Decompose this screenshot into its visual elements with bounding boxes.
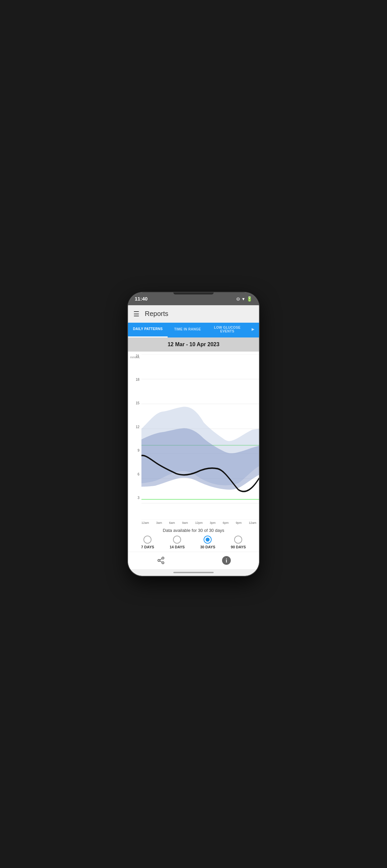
home-bar xyxy=(173,572,214,573)
x-label-3am: 3am xyxy=(156,521,162,525)
x-label-12am-end: 12am xyxy=(248,521,256,525)
x-label-6pm: 6pm xyxy=(223,521,229,525)
day-label-30: 30 DAYS xyxy=(200,545,215,549)
do-not-disturb-icon: ⊖ xyxy=(236,296,240,302)
tab-daily-patterns[interactable]: DAILY PATTERNS xyxy=(128,323,168,338)
chart-area: mmol/L xyxy=(128,351,259,569)
y-label-3: 3 xyxy=(128,496,140,500)
y-axis-labels: 21 18 15 12 9 6 3 xyxy=(128,354,141,520)
svg-line-13 xyxy=(159,561,162,562)
x-axis: 12am 3am 6am 9am 12pm 3pm 6pm 9pm 12am xyxy=(128,520,259,526)
page-title: Reports xyxy=(145,310,168,318)
radio-90-days[interactable] xyxy=(234,535,242,544)
status-icons: ⊖ ▾ 🔋 xyxy=(236,296,252,302)
svg-line-14 xyxy=(159,559,162,560)
top-bar: ☰ Reports xyxy=(128,305,259,323)
y-label-15: 15 xyxy=(128,401,140,405)
x-label-12am-start: 12am xyxy=(142,521,149,525)
svg-point-11 xyxy=(158,559,160,561)
data-availability: Data available for 30 of 30 days xyxy=(128,526,259,534)
day-option-30[interactable]: 30 DAYS xyxy=(200,535,215,549)
phone-frame: 11:40 ⊖ ▾ 🔋 ☰ Reports DAILY PATTERNS TIM… xyxy=(128,292,259,576)
day-option-7[interactable]: 7 DAYS xyxy=(141,535,154,549)
y-label-12: 12 xyxy=(128,425,140,429)
wifi-icon: ▾ xyxy=(242,296,244,302)
home-indicator xyxy=(128,569,259,576)
bottom-toolbar: i xyxy=(128,552,259,569)
x-label-12pm: 12pm xyxy=(195,521,203,525)
chart-container: mmol/L xyxy=(128,354,259,520)
battery-icon: 🔋 xyxy=(246,296,252,302)
x-label-3pm: 3pm xyxy=(210,521,216,525)
radio-7-days[interactable] xyxy=(144,535,151,544)
radio-14-days[interactable] xyxy=(173,535,181,544)
tab-bar: DAILY PATTERNS TIME IN RANGE LOW GLUCOSE… xyxy=(128,323,259,338)
x-label-6am: 6am xyxy=(169,521,175,525)
hamburger-icon[interactable]: ☰ xyxy=(133,310,140,318)
tab-low-glucose-events[interactable]: LOW GLUCOSE EVENTS xyxy=(207,323,247,338)
info-icon: i xyxy=(222,556,231,565)
x-label-9am: 9am xyxy=(182,521,188,525)
y-label-9: 9 xyxy=(128,448,140,452)
share-button[interactable] xyxy=(154,554,168,567)
day-option-14[interactable]: 14 DAYS xyxy=(170,535,185,549)
y-label-21: 21 xyxy=(128,354,140,358)
svg-text:i: i xyxy=(226,558,227,563)
y-label-6: 6 xyxy=(128,472,140,476)
y-label-18: 18 xyxy=(128,378,140,381)
day-option-90[interactable]: 90 DAYS xyxy=(231,535,246,549)
svg-point-10 xyxy=(162,557,164,559)
day-label-90: 90 DAYS xyxy=(231,545,246,549)
date-range-bar: 12 Mar - 10 Apr 2023 xyxy=(128,338,259,351)
date-range-text: 12 Mar - 10 Apr 2023 xyxy=(168,341,219,347)
info-button[interactable]: i xyxy=(220,554,233,567)
x-label-9pm: 9pm xyxy=(236,521,242,525)
chart-svg xyxy=(142,354,259,520)
radio-30-days-inner xyxy=(206,537,210,541)
share-icon xyxy=(157,556,165,564)
status-time: 11:40 xyxy=(135,296,147,302)
notch xyxy=(173,292,214,294)
day-selector: 7 DAYS 14 DAYS 30 DAYS 90 DAYS xyxy=(128,534,259,552)
tab-more[interactable]: ▶ xyxy=(247,323,259,338)
svg-point-12 xyxy=(162,562,164,564)
phone-screen: 11:40 ⊖ ▾ 🔋 ☰ Reports DAILY PATTERNS TIM… xyxy=(128,292,259,576)
day-label-7: 7 DAYS xyxy=(141,545,154,549)
tab-time-in-range[interactable]: TIME IN RANGE xyxy=(168,323,207,338)
day-label-14: 14 DAYS xyxy=(170,545,185,549)
radio-30-days[interactable] xyxy=(204,535,212,544)
